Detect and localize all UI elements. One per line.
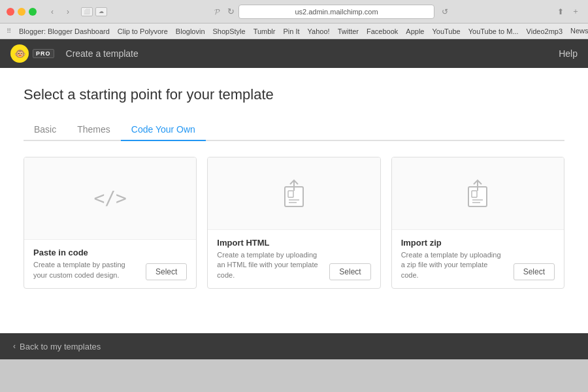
upload-zip-icon xyxy=(463,178,492,209)
bookmark-yahoo[interactable]: Yahoo! xyxy=(308,27,330,35)
action-buttons: ⬆ ＋ xyxy=(555,6,581,18)
paste-in-code-footer: Paste in code Create a template by pasti… xyxy=(24,239,196,288)
import-zip-info: Import zip Create a template by uploadin… xyxy=(401,238,507,280)
pinterest-icon[interactable]: 𝓟 xyxy=(210,5,223,18)
header-left: 🐵 PRO Create a template xyxy=(10,44,139,63)
close-button[interactable] xyxy=(7,8,14,16)
import-zip-desc: Create a template by uploading a zip fil… xyxy=(401,250,507,280)
browser-titlebar: ‹ › ⬜ ☁ 𝓟 ↻ us2.admin.mailchimp.com ↺ ⬆ … xyxy=(0,0,588,24)
bookmarks-bar: ⠿ Blogger: Blogger Dashboard Clip to Pol… xyxy=(0,24,588,39)
paste-in-code-image: </> xyxy=(24,157,196,239)
paste-in-code-title: Paste in code xyxy=(33,248,139,257)
traffic-lights xyxy=(7,8,37,16)
paste-in-code-select-button[interactable]: Select xyxy=(146,263,187,280)
refresh-button[interactable]: ↻ xyxy=(227,7,235,16)
address-bar[interactable]: us2.admin.mailchimp.com xyxy=(238,5,434,19)
svg-rect-6 xyxy=(472,191,477,197)
bookmark-pinit[interactable]: Pin It xyxy=(283,27,299,35)
forward-nav-button[interactable]: › xyxy=(61,5,74,18)
main-content: Select a starting point for your templat… xyxy=(0,68,588,333)
tab-basic[interactable]: Basic xyxy=(24,119,67,141)
pro-badge: PRO xyxy=(33,49,54,58)
bookmark-youtube[interactable]: YouTube xyxy=(432,27,460,35)
app-wrapper: 🐵 PRO Create a template Help Select a st… xyxy=(0,39,588,359)
import-zip-footer: Import zip Create a template by uploadin… xyxy=(392,229,564,288)
bookmark-shopstyle[interactable]: ShopStyle xyxy=(213,27,246,35)
bookmark-news[interactable]: News ▾ xyxy=(570,27,588,35)
tabs: Basic Themes Code Your Own xyxy=(24,119,564,141)
import-html-title: Import HTML xyxy=(217,238,323,248)
nav-buttons: ‹ › xyxy=(46,5,74,18)
logo-icon: 🐵 xyxy=(10,44,29,63)
import-html-image xyxy=(208,157,380,229)
window-buttons: ⬜ ☁ xyxy=(81,7,107,16)
paste-in-code-info: Paste in code Create a template by pasti… xyxy=(33,248,139,280)
bookmark-bloglovin[interactable]: Bloglovin xyxy=(176,27,205,35)
back-to-templates-link[interactable]: ‹ Back to my templates xyxy=(13,342,101,351)
bookmark-polyvore[interactable]: Clip to Polyvore xyxy=(118,27,168,35)
browser-bottom xyxy=(0,359,588,392)
mailchimp-logo: 🐵 PRO xyxy=(10,44,54,63)
back-label: Back to my templates xyxy=(20,342,101,351)
cards-grid: </> Paste in code Create a template by p… xyxy=(24,157,564,289)
help-button[interactable]: Help xyxy=(559,48,578,59)
import-html-footer: Import HTML Create a template by uploadi… xyxy=(208,229,380,288)
browser-chrome: ‹ › ⬜ ☁ 𝓟 ↻ us2.admin.mailchimp.com ↺ ⬆ … xyxy=(0,0,588,39)
share-icon[interactable]: ⬆ xyxy=(555,6,566,18)
address-bar-area: 𝓟 ↻ us2.admin.mailchimp.com ↺ xyxy=(111,5,551,19)
bookmark-video2mp3[interactable]: Video2mp3 xyxy=(527,27,563,35)
header-title: Create a template xyxy=(66,48,139,59)
reload-icon[interactable]: ↺ xyxy=(438,5,451,18)
logo-emoji: 🐵 xyxy=(14,48,25,59)
import-html-card: Import HTML Create a template by uploadi… xyxy=(207,157,380,289)
bookmark-twitter[interactable]: Twitter xyxy=(338,27,359,35)
apps-icon[interactable]: ⠿ xyxy=(7,25,11,38)
svg-rect-1 xyxy=(288,191,293,197)
import-zip-card: Import zip Create a template by uploadin… xyxy=(391,157,564,289)
maximize-button[interactable] xyxy=(29,8,37,16)
minimize-button[interactable] xyxy=(18,8,25,16)
new-tab-icon[interactable]: ＋ xyxy=(570,6,581,18)
tab-icon[interactable]: ⬜ xyxy=(81,7,93,16)
bookmark-facebook[interactable]: Facebook xyxy=(367,27,398,35)
app-footer: ‹ Back to my templates xyxy=(0,333,588,359)
import-html-info: Import HTML Create a template by uploadi… xyxy=(217,238,323,280)
import-zip-select-button[interactable]: Select xyxy=(514,263,555,280)
bookmark-youtube-to-m[interactable]: YouTube to M... xyxy=(468,27,519,35)
tab-code-your-own[interactable]: Code Your Own xyxy=(121,119,206,141)
import-zip-image xyxy=(392,157,564,229)
bookmark-blogger[interactable]: Blogger: Blogger Dashboard xyxy=(19,27,110,35)
cloud-icon[interactable]: ☁ xyxy=(95,7,107,16)
url-text: us2.admin.mailchimp.com xyxy=(295,8,378,16)
app-header: 🐵 PRO Create a template Help xyxy=(0,39,588,68)
import-zip-title: Import zip xyxy=(401,238,507,248)
paste-in-code-desc: Create a template by pasting your custom… xyxy=(33,260,139,280)
import-html-desc: Create a template by uploading an HTML f… xyxy=(217,250,323,280)
code-icon: </> xyxy=(93,188,127,209)
paste-in-code-card: </> Paste in code Create a template by p… xyxy=(24,157,197,289)
import-html-select-button[interactable]: Select xyxy=(329,263,370,280)
page-title: Select a starting point for your templat… xyxy=(24,86,564,103)
tab-themes[interactable]: Themes xyxy=(67,119,121,141)
back-nav-button[interactable]: ‹ xyxy=(46,5,59,18)
bookmark-apple[interactable]: Apple xyxy=(406,27,424,35)
upload-html-icon xyxy=(280,178,308,209)
back-arrow-icon: ‹ xyxy=(13,342,16,351)
bookmark-tumblr[interactable]: Tumblr xyxy=(253,27,276,35)
